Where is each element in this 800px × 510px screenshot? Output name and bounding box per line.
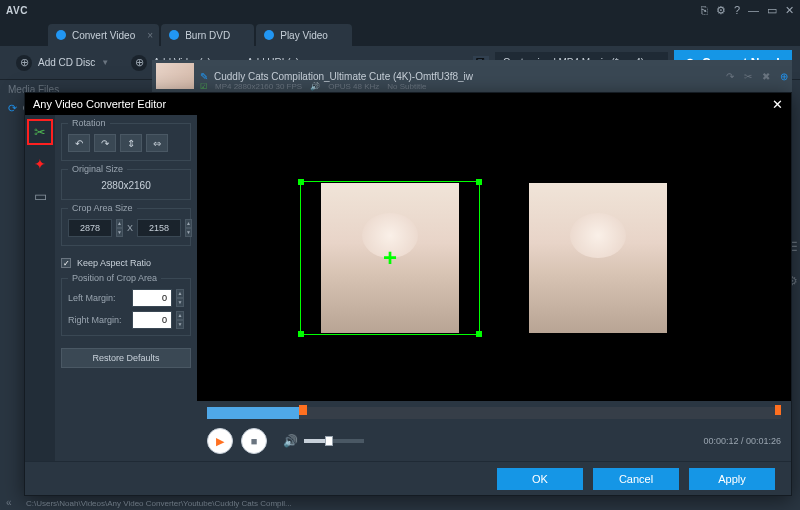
help-icon[interactable]: ? xyxy=(734,4,740,17)
audio-icon: 🔊 xyxy=(310,82,320,91)
position-group: Position of Crop Area Left Margin: ▲▼ Ri… xyxy=(61,278,191,336)
output-preview-frame xyxy=(508,181,688,335)
prev-icon[interactable]: « xyxy=(6,497,12,508)
maximize-icon[interactable]: ▭ xyxy=(767,4,777,17)
chevron-down-icon: ▼ xyxy=(101,58,109,67)
play-icon xyxy=(264,30,274,40)
ok-button[interactable]: OK xyxy=(497,468,583,490)
rotation-group: Rotation ↶ ↷ ⇕ ⇔ xyxy=(61,123,191,161)
disc-icon xyxy=(169,30,179,40)
group-label: Position of Crop Area xyxy=(68,273,161,283)
checkbox-icon[interactable]: ☑ xyxy=(200,82,207,91)
video-plus-icon: ⊕ xyxy=(131,55,147,71)
right-margin-input[interactable] xyxy=(132,311,172,329)
seek-end-marker[interactable] xyxy=(775,405,781,415)
tab-label: Burn DVD xyxy=(185,30,230,41)
stop-button[interactable]: ■ xyxy=(241,428,267,454)
editor-sidebar: ✂ ✦ ▭ xyxy=(25,115,55,461)
volume-icon[interactable]: 🔊 xyxy=(283,434,298,448)
crop-handle-bl[interactable] xyxy=(298,331,304,337)
group-label: Original Size xyxy=(68,164,127,174)
tab-bar: Convert Video × Burn DVD Play Video xyxy=(0,20,800,46)
seek-fill xyxy=(207,407,299,419)
restore-defaults-button[interactable]: Restore Defaults xyxy=(61,348,191,368)
rotate-left-button[interactable]: ↶ xyxy=(68,134,90,152)
original-size-value: 2880x2160 xyxy=(68,180,184,191)
expand-icon[interactable]: ⎘ xyxy=(701,4,708,17)
left-margin-stepper[interactable]: ▲▼ xyxy=(176,289,184,307)
height-stepper[interactable]: ▲▼ xyxy=(185,219,192,237)
editor-modal: Any Video Converter Editor ✕ ✂ ✦ ▭ Rotat… xyxy=(24,92,792,496)
flip-horizontal-button[interactable]: ⇔ xyxy=(146,134,168,152)
group-label: Crop Area Size xyxy=(68,203,137,213)
crop-size-group: Crop Area Size ▲▼ X ▲▼ xyxy=(61,208,191,246)
crop-center-icon[interactable]: + xyxy=(383,244,397,272)
volume-handle[interactable] xyxy=(325,436,333,446)
breadcrumb: C:\Users\Noah\Videos\Any Video Converter… xyxy=(26,499,292,508)
crop-handle-tl[interactable] xyxy=(298,179,304,185)
tab-label: Play Video xyxy=(280,30,328,41)
watermark-tab[interactable]: ▭ xyxy=(27,183,53,209)
apply-button[interactable]: Apply xyxy=(689,468,775,490)
crop-handle-br[interactable] xyxy=(476,331,482,337)
disc-plus-icon: ⊕ xyxy=(16,55,32,71)
flip-vertical-button[interactable]: ⇕ xyxy=(120,134,142,152)
seek-handle[interactable] xyxy=(299,405,307,415)
tab-close-icon[interactable]: × xyxy=(147,30,153,41)
seek-bar[interactable] xyxy=(207,407,781,419)
timecode: 00:00:12 / 00:01:26 xyxy=(703,436,781,446)
tab-label: Convert Video xyxy=(72,30,135,41)
right-margin-stepper[interactable]: ▲▼ xyxy=(176,311,184,329)
volume-slider[interactable] xyxy=(304,439,364,443)
effects-tab[interactable]: ✦ xyxy=(27,151,53,177)
modal-footer: OK Cancel Apply xyxy=(25,461,791,495)
modal-titlebar: Any Video Converter Editor ✕ xyxy=(25,93,791,115)
right-margin-label: Right Margin: xyxy=(68,315,128,325)
refresh-icon xyxy=(56,30,66,40)
close-icon[interactable]: ✕ xyxy=(785,4,794,17)
titlebar: AVC ⎘ ⚙ ? — ▭ ✕ xyxy=(0,0,800,20)
output-video-frame xyxy=(529,183,667,333)
crop-handle-tr[interactable] xyxy=(476,179,482,185)
crop-preview-frame[interactable]: + xyxy=(300,181,480,335)
crop-tab[interactable]: ✂ xyxy=(27,119,53,145)
group-label: Rotation xyxy=(68,118,110,128)
player-bar: ▶ ■ 🔊 00:00:12 / 00:01:26 xyxy=(197,401,791,461)
gear-icon[interactable]: ⚙ xyxy=(716,4,726,17)
volume-control: 🔊 xyxy=(283,434,364,448)
tab-play-video[interactable]: Play Video xyxy=(256,24,352,46)
original-size-group: Original Size 2880x2160 xyxy=(61,169,191,200)
preview-canvas: + xyxy=(197,115,791,401)
add-cd-button[interactable]: ⊕ Add CD Disc ▼ xyxy=(8,51,117,75)
preview-area: + ▶ ■ xyxy=(197,115,791,461)
width-stepper[interactable]: ▲▼ xyxy=(116,219,123,237)
check-icon: ✓ xyxy=(61,258,71,268)
refresh-icon: ⟳ xyxy=(8,102,17,115)
tab-convert-video[interactable]: Convert Video × xyxy=(48,24,159,46)
left-margin-input[interactable] xyxy=(132,289,172,307)
rotate-right-button[interactable]: ↷ xyxy=(94,134,116,152)
cancel-button[interactable]: Cancel xyxy=(593,468,679,490)
play-button[interactable]: ▶ xyxy=(207,428,233,454)
crop-controls-panel: Rotation ↶ ↷ ⇕ ⇔ Original Size 2880x2160… xyxy=(55,115,197,461)
window-controls: ⎘ ⚙ ? — ▭ ✕ xyxy=(701,4,794,17)
app-logo: AVC xyxy=(6,5,28,16)
modal-title: Any Video Converter Editor xyxy=(33,98,166,110)
tab-burn-dvd[interactable]: Burn DVD xyxy=(161,24,254,46)
modal-close-icon[interactable]: ✕ xyxy=(772,97,783,112)
left-margin-label: Left Margin: xyxy=(68,293,128,303)
crop-height-input[interactable] xyxy=(137,219,181,237)
keep-ratio-checkbox[interactable]: ✓ Keep Aspect Ratio xyxy=(61,258,191,268)
crop-width-input[interactable] xyxy=(68,219,112,237)
minimize-icon[interactable]: — xyxy=(748,4,759,17)
